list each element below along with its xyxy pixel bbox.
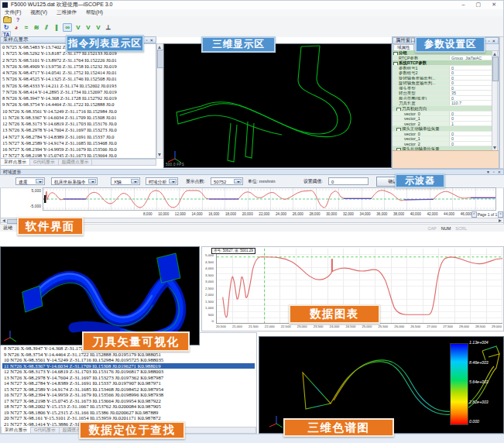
signal-select[interactable]: 速度 xyxy=(15,177,45,185)
list-item[interactable]: 9 N726 X-98.3754 Y-14.4464 Z-31.1722 I0.… xyxy=(2,352,255,358)
status-ready: 就绪 xyxy=(3,225,12,232)
tab-field-props[interactable]: 域属性 xyxy=(393,44,414,50)
list-item[interactable]: 3 N726 X-98.4909 Y-13.9756 Z-31.1758 I0.… xyxy=(1,64,156,70)
list-item[interactable]: 13 N726 X-98.2978 Y-14.7604 Z-31.1697 I0… xyxy=(2,375,255,381)
tool-icon[interactable]: ↻ xyxy=(2,24,10,31)
colorbar-tick-label: 0.000 xyxy=(469,419,489,424)
list-item[interactable]: 20 N727 X-98.161 Y-15.3101 Z-31.1654 I0.… xyxy=(2,415,255,421)
close-button[interactable]: ✕ xyxy=(492,2,496,8)
tab[interactable]: G代码显示 xyxy=(31,427,60,433)
threshold-input[interactable]: 0 xyxy=(328,177,369,185)
page-next-button[interactable]: > xyxy=(498,211,503,218)
toolbar-view: ↻◕≈≋⫽∥∞VVV⊥ xyxy=(0,23,504,32)
tab[interactable]: 采样点显示 xyxy=(1,159,30,165)
page-indicator: Page 1 of 1 xyxy=(478,212,498,217)
scroll-down-icon[interactable] xyxy=(158,153,161,156)
tab[interactable]: 超阈值点显示 xyxy=(59,159,93,165)
panel-pin-icon[interactable]: ▫ xyxy=(146,38,147,43)
open-file-icon[interactable] xyxy=(3,17,12,23)
tab[interactable]: 采样点显示 xyxy=(2,427,31,433)
list-item[interactable]: 14 N727 X-98.2784 Y-14.8389 Z-31.1691 I0… xyxy=(1,134,156,140)
tool-icon[interactable]: ≋ xyxy=(33,24,40,31)
list-item[interactable]: 17 N727 X-98.2198 Y-15.0745 Z-31.1673 I0… xyxy=(1,153,156,159)
list-item[interactable]: 8 N726 X-98.3947 Y-14.368 Z-31.1728 I0.1… xyxy=(1,95,156,101)
tool-icon[interactable]: V xyxy=(84,24,92,31)
panel-close-icon[interactable]: ✕ xyxy=(492,39,495,43)
y-min-label: -5,000 xyxy=(20,204,41,208)
list-item[interactable]: 5 N726 X-98.4525 Y-14.1325 Z-31.1746 I0.… xyxy=(1,76,156,82)
window-title: F5000 WU125.dat 欢迎使用—iSCOPE 3.0 xyxy=(11,1,113,9)
tab[interactable]: G代码显示 xyxy=(30,159,59,165)
x-tick-label: 20,000 xyxy=(242,212,253,216)
callout-oscilloscope: 示波器 xyxy=(395,173,445,188)
list-item[interactable]: 13 N726 X-98.2978 Y-14.7604 Z-31.1697 I0… xyxy=(1,127,156,133)
panel-pin-icon[interactable]: ▫ xyxy=(493,170,495,174)
list-item[interactable]: 11 N726 X-98.3367 Y-14.6034 Z-31.1709 I0… xyxy=(2,363,255,369)
page-prev-button[interactable]: < xyxy=(471,211,477,218)
tool-icon[interactable]: V xyxy=(94,24,102,31)
maximize-button[interactable]: ▢ xyxy=(476,2,482,8)
list-item[interactable]: 4 N726 X-98.4717 Y-14.0541 Z-31.1752 I0.… xyxy=(1,70,156,76)
tool-icon[interactable]: ∞ xyxy=(63,23,72,32)
menu-item[interactable]: 三维操作 xyxy=(52,9,81,16)
list-item[interactable]: 9 N726 X-98.3754 Y-14.4464 Z-31.1722 I0.… xyxy=(1,101,156,108)
panel-dropdown-icon[interactable]: ▼ xyxy=(486,170,490,174)
list-item[interactable]: 17 N727 X-98.2198 Y-15.0745 Z-31.1673 I0… xyxy=(2,398,255,404)
x-tick-label: 12,000 xyxy=(175,212,186,216)
tool-icon[interactable]: ◕ xyxy=(12,24,20,31)
colorbar-tick-label: 8.46e+003 xyxy=(469,360,489,365)
scroll-up-icon[interactable] xyxy=(493,53,496,56)
list-item[interactable]: 15 N727 X-98.2589 Y-14.9174 Z-31.1685 I0… xyxy=(1,140,156,146)
list-item[interactable]: 19 N727 X-98.1806 Y-15.2315 Z-31.166 I0.… xyxy=(2,410,255,416)
menu-item[interactable]: 视图(V) xyxy=(26,9,52,16)
sample-list-scrollbar[interactable] xyxy=(156,43,163,159)
list-item[interactable]: 12 N726 X-98.3173 Y-14.6819 Z-31.1703 I0… xyxy=(2,369,255,375)
list-item[interactable]: 16 N727 X-98.2394 Y-14.9959 Z-31.1679 I0… xyxy=(1,146,156,153)
scroll-thumb[interactable] xyxy=(492,57,499,81)
menu-item[interactable]: 帮助(H) xyxy=(81,9,108,16)
view3d-panel[interactable]: 500.0 FPS xyxy=(163,43,392,168)
help-icon[interactable]: ? xyxy=(16,16,19,23)
tool-icon[interactable]: ∥ xyxy=(53,24,60,31)
axis-triad-icon xyxy=(168,151,181,163)
list-item[interactable]: 18 N727 X-98.2002 Y-15.153 Z-31.1667 I0.… xyxy=(2,404,255,410)
list-item[interactable]: 15 N727 X-98.2589 Y-14.9174 Z-31.1685 I0… xyxy=(2,386,255,393)
x-tick-label: 23,500 xyxy=(314,325,324,328)
coord-system-select[interactable]: 机床坐标系指令 xyxy=(51,177,98,185)
scroll-right-icon[interactable] xyxy=(499,219,502,222)
x-tick-label: 21,000 xyxy=(232,325,242,328)
list-item[interactable]: 7 N726 X-98.414 Y-14.2895 Z-31.1734 I0.1… xyxy=(1,89,156,95)
tool-icon[interactable]: ⫽ xyxy=(43,24,50,31)
property-panel: 属性窗口 ▾ ▫ ✕ 域属性 分组 RTCP参数 Group_JiaTaiAC … xyxy=(392,36,499,169)
list-item[interactable]: 6 N726 X-98.4333 Y-14.211 Z-31.174 I0.15… xyxy=(1,83,156,89)
panel-close-icon[interactable]: ✕ xyxy=(498,170,501,174)
callout-data-chart: 数据图表 xyxy=(289,304,380,324)
list-item[interactable]: 16 N727 X-98.2394 Y-14.9959 Z-31.1679 I0… xyxy=(2,392,255,398)
axis-select[interactable]: X轴 xyxy=(111,177,140,185)
window-right-scrollbar[interactable] xyxy=(499,36,504,169)
scroll-left-icon[interactable] xyxy=(2,219,5,222)
property-grid-scrollbar[interactable] xyxy=(492,50,498,152)
tool-icon[interactable]: ⊥ xyxy=(105,24,112,31)
toolvector-panel[interactable] xyxy=(0,246,200,345)
callout-data-locate: 数据定位于查找 xyxy=(79,421,185,439)
x-tick-label: 29,000 xyxy=(492,325,502,328)
minimize-button[interactable]: – xyxy=(462,2,465,8)
list-item[interactable]: 2 N725 X-98.5101 Y-13.8972 Z-31.1764 I0.… xyxy=(1,57,156,64)
tool-icon[interactable]: V xyxy=(74,24,82,31)
panel-close-icon[interactable]: ✕ xyxy=(149,38,153,43)
panel-pin-icon[interactable]: ▫ xyxy=(488,39,489,43)
list-item[interactable]: 10 N726 X-98.3561 Y-14.5249 Z-31.1716 I0… xyxy=(2,357,255,363)
scope-waveform-plot[interactable] xyxy=(43,187,496,211)
points-count-select[interactable]: 50752 xyxy=(211,177,243,185)
tool-icon[interactable]: ≈ xyxy=(22,24,30,31)
list-item[interactable]: 14 N727 X-98.2784 Y-14.8389 Z-31.1691 I0… xyxy=(2,380,255,386)
sample-point-list[interactable]: 0 N725 X-98.5483 Y-13.7402 Z-31.1776 I0.… xyxy=(0,43,156,159)
list-item[interactable]: 10 N726 X-98.3561 Y-14.5249 Z-31.1716 I0… xyxy=(1,108,156,115)
scroll-up-icon[interactable] xyxy=(158,46,161,49)
analysis-select[interactable]: 时域分析 xyxy=(146,177,178,185)
list-item[interactable]: 12 N726 X-98.3173 Y-14.6819 Z-31.1703 I0… xyxy=(1,121,156,127)
list-item[interactable]: 11 N726 X-98.3367 Y-14.6034 Z-31.1709 I0… xyxy=(1,115,156,121)
scroll-down-icon[interactable] xyxy=(493,146,496,149)
property-grid[interactable]: 分组 RTCP参数 Group_JiaTaiAC 系统RTCP参数 参数组号1 … xyxy=(393,50,492,152)
